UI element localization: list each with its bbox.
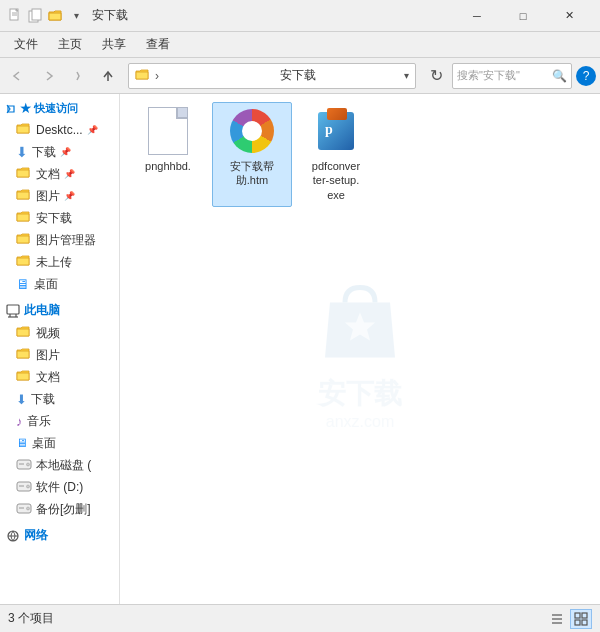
minimize-button[interactable]: ─ — [454, 0, 500, 32]
menu-view[interactable]: 查看 — [136, 34, 180, 56]
file-item-pnghhbd[interactable]: pnghhbd. — [128, 102, 208, 207]
view-list-button[interactable] — [546, 609, 568, 629]
window-title: 安下载 — [92, 7, 454, 24]
video-folder-icon — [16, 325, 32, 341]
sidebar-quick-access[interactable]: ★ 快速访问 — [0, 98, 119, 119]
sidebar-item-downloads[interactable]: ⬇ 下载 📌 — [0, 141, 119, 163]
sidebar-item-label: 图片 — [36, 347, 60, 364]
thispc-label: 此电脑 — [24, 302, 60, 319]
sidebar-item-music[interactable]: ♪ 音乐 — [0, 410, 119, 432]
toolbar: › 安下载 ▾ ↻ 搜索"安下载" 🔍 ? — [0, 58, 600, 94]
sidebar-item-label: 备份[勿删] — [36, 501, 91, 518]
help-button[interactable]: ? — [576, 66, 596, 86]
sidebar-item-video[interactable]: 视频 — [0, 322, 119, 344]
title-file-icon — [8, 8, 24, 24]
address-current: 安下载 — [280, 67, 401, 84]
watermark-icon — [310, 268, 410, 371]
file-name: pnghhbd. — [145, 159, 191, 173]
sidebar-network[interactable]: 网络 — [0, 524, 119, 547]
pin-icon: 📌 — [60, 147, 71, 157]
status-bar: 3 个项目 — [0, 604, 600, 632]
file-name: 安下载帮助.htm — [230, 159, 274, 188]
title-copy-icon — [28, 8, 44, 24]
up-button[interactable] — [94, 62, 122, 90]
sidebar-item-anxz[interactable]: 安下载 — [0, 207, 119, 229]
network-label: 网络 — [24, 527, 48, 544]
sidebar-item-documents2[interactable]: 文档 — [0, 366, 119, 388]
blank-file-icon — [148, 107, 188, 155]
watermark: 安下载 anxz.com — [310, 268, 410, 431]
menu-share[interactable]: 共享 — [92, 34, 136, 56]
address-bar[interactable]: › 安下载 ▾ — [128, 63, 416, 89]
sidebar-item-label: 桌面 — [34, 276, 58, 293]
sidebar: ★ 快速访问 Desktc... 📌 ⬇ 下载 📌 文档 📌 图片 — [0, 94, 120, 604]
title-bar-icons: ▾ — [8, 8, 84, 24]
sidebar-item-label: Desktc... — [36, 123, 83, 137]
sidebar-item-desktop2[interactable]: 🖥 桌面 — [0, 273, 119, 295]
main-layout: ★ 快速访问 Desktc... 📌 ⬇ 下载 📌 文档 📌 图片 — [0, 94, 600, 604]
close-button[interactable]: ✕ — [546, 0, 592, 32]
local-disk-icon — [16, 457, 32, 474]
sidebar-item-unuploaded[interactable]: 未上传 — [0, 251, 119, 273]
sidebar-item-software-disk[interactable]: 软件 (D:) — [0, 476, 119, 498]
sidebar-item-label: 音乐 — [27, 413, 51, 430]
exe-file-icon: p — [313, 108, 359, 154]
sidebar-item-downloads2[interactable]: ⬇ 下载 — [0, 388, 119, 410]
view-buttons — [546, 609, 592, 629]
sidebar-item-backup[interactable]: 备份[勿删] — [0, 498, 119, 520]
sidebar-item-pictures2[interactable]: 图片 — [0, 344, 119, 366]
menu-file[interactable]: 文件 — [4, 34, 48, 56]
back-button[interactable] — [4, 62, 32, 90]
maximize-button[interactable]: □ — [500, 0, 546, 32]
sidebar-thispc[interactable]: 此电脑 — [0, 299, 119, 322]
sidebar-item-label: 图片 — [36, 188, 60, 205]
svg-rect-7 — [7, 305, 19, 314]
sidebar-item-label: 软件 (D:) — [36, 479, 83, 496]
address-separator: › — [155, 69, 276, 83]
file-item-htm[interactable]: 安下载帮助.htm — [212, 102, 292, 207]
sidebar-item-label: 文档 — [36, 166, 60, 183]
sidebar-item-documents[interactable]: 文档 📌 — [0, 163, 119, 185]
search-placeholder: 搜索"安下载" — [457, 68, 550, 83]
sidebar-item-label: 安下载 — [36, 210, 72, 227]
view-grid-button[interactable] — [570, 609, 592, 629]
folder-icon — [16, 122, 32, 138]
status-count: 3 个项目 — [8, 610, 54, 627]
sidebar-item-label: 桌面 — [32, 435, 56, 452]
watermark-text: 安下载 — [310, 375, 410, 413]
svg-rect-25 — [575, 613, 580, 618]
sidebar-item-desktop[interactable]: Desktc... 📌 — [0, 119, 119, 141]
svg-rect-5 — [32, 9, 41, 20]
search-box[interactable]: 搜索"安下载" 🔍 — [452, 63, 572, 89]
quick-access-label: ★ 快速访问 — [20, 101, 78, 116]
sidebar-item-label: 文档 — [36, 369, 60, 386]
title-controls[interactable]: ─ □ ✕ — [454, 0, 592, 32]
address-dropdown-icon[interactable]: ▾ — [404, 70, 409, 81]
file-item-exe[interactable]: p pdfconverter-setup.exe — [296, 102, 376, 207]
menu-bar: 文件 主页 共享 查看 — [0, 32, 600, 58]
refresh-button[interactable]: ↻ — [422, 62, 450, 90]
menu-home[interactable]: 主页 — [48, 34, 92, 56]
pic2-folder-icon — [16, 347, 32, 363]
pin-icon: 📌 — [64, 169, 75, 179]
sidebar-item-label: 视频 — [36, 325, 60, 342]
picmgr-folder-icon — [16, 232, 32, 248]
file-name: pdfconverter-setup.exe — [312, 159, 360, 202]
sidebar-item-local-disk[interactable]: 本地磁盘 ( — [0, 454, 119, 476]
search-icon[interactable]: 🔍 — [552, 69, 567, 83]
doc2-folder-icon — [16, 369, 32, 385]
music-icon: ♪ — [16, 414, 23, 429]
sidebar-item-pictures[interactable]: 图片 📌 — [0, 185, 119, 207]
backup-disk-icon — [16, 501, 32, 518]
file-icon-blank — [144, 107, 192, 155]
address-folder-icon — [135, 68, 151, 84]
file-grid: pnghhbd. 安下载帮助.htm — [120, 94, 600, 215]
sidebar-item-picmgr[interactable]: 图片管理器 — [0, 229, 119, 251]
svg-point-18 — [27, 507, 30, 510]
software-disk-icon — [16, 479, 32, 496]
sidebar-item-desktop3[interactable]: 🖥 桌面 — [0, 432, 119, 454]
recent-button[interactable] — [64, 62, 92, 90]
desktop-folder-icon: 🖥 — [16, 276, 30, 292]
sidebar-item-label: 下载 — [31, 391, 55, 408]
forward-button[interactable] — [34, 62, 62, 90]
